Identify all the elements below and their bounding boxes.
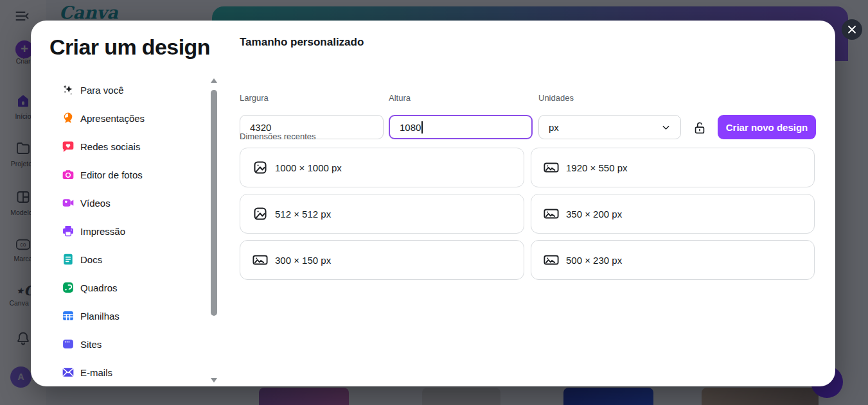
aspect-ratio-lock-button[interactable]: [693, 119, 707, 137]
website-icon: [62, 338, 75, 350]
sidebar-item-label: Sites: [80, 339, 102, 350]
sidebar-item[interactable]: Para você: [31, 76, 204, 104]
text-caret: [421, 121, 423, 134]
sidebar-item-label: Planilhas: [80, 311, 120, 322]
height-label: Altura: [389, 93, 411, 103]
recent-dimensions-heading: Dimensões recentes: [240, 132, 316, 141]
sidebar-item-label: Editor de fotos: [80, 169, 143, 180]
recent-dimension-label: 350 × 200 px: [566, 209, 622, 220]
sidebar-item[interactable]: Sites: [31, 330, 204, 358]
recent-dimension-label: 1000 × 1000 px: [275, 162, 342, 173]
create-new-design-button[interactable]: Criar novo design: [718, 115, 816, 139]
scroll-down-arrow-icon[interactable]: [211, 378, 217, 383]
create-design-modal: Criar um design Para vocêApresentaçõesRe…: [31, 21, 835, 386]
recent-dimension-label: 1920 × 550 px: [566, 162, 628, 173]
spreadsheet-icon: [62, 309, 75, 322]
sidebar-item-label: Redes sociais: [80, 141, 140, 152]
units-label: Unidades: [538, 93, 574, 103]
sidebar-item[interactable]: E-mails: [31, 358, 204, 386]
presentation-icon: [62, 112, 75, 125]
scroll-up-arrow-icon[interactable]: [211, 78, 217, 83]
recent-dimension-label: 500 × 230 px: [566, 255, 622, 266]
sidebar-item[interactable]: Docs: [31, 245, 204, 273]
image-wide-icon: [544, 206, 559, 221]
sidebar-item[interactable]: Planilhas: [31, 302, 204, 330]
sidebar-item-label: E-mails: [80, 367, 112, 378]
height-input[interactable]: 1080: [389, 115, 533, 139]
image-wide-icon: [252, 252, 268, 268]
modal-title: Criar um design: [49, 35, 210, 60]
sidebar-item-label: Vídeos: [80, 198, 111, 209]
recent-dimension-card[interactable]: 500 × 230 px: [531, 240, 815, 280]
unlocked-padlock-icon: [693, 119, 707, 137]
image-wide-icon: [544, 252, 559, 268]
sidebar-item[interactable]: Vídeos: [31, 189, 204, 217]
video-icon: [62, 196, 75, 209]
recent-dimension-card[interactable]: 300 × 150 px: [240, 240, 524, 280]
custom-size-heading: Tamanho personalizado: [240, 36, 364, 49]
sparkle-icon: [62, 83, 75, 96]
sidebar-item[interactable]: Editor de fotos: [31, 160, 204, 189]
design-type-sidebar: Para vocêApresentaçõesRedes sociaisEdito…: [31, 76, 204, 386]
image-square-icon: [252, 206, 268, 221]
printer-icon: [62, 225, 75, 237]
units-value: px: [549, 122, 559, 133]
chevron-down-icon: [660, 122, 671, 133]
width-label: Largura: [240, 93, 269, 103]
sidebar-item-label: Para você: [80, 85, 124, 96]
units-select[interactable]: px: [538, 115, 681, 139]
sidebar-item-label: Docs: [80, 254, 102, 265]
sidebar-item-label: Quadros: [80, 282, 118, 293]
social-heart-icon: [62, 140, 75, 153]
camera-icon: [62, 168, 75, 181]
sidebar-item-label: Apresentações: [80, 113, 145, 124]
doc-icon: [62, 253, 75, 266]
recent-dimension-label: 300 × 150 px: [275, 255, 331, 266]
scrollbar-thumb[interactable]: [211, 90, 217, 316]
sidebar-item[interactable]: Redes sociais: [31, 132, 204, 160]
image-square-icon: [252, 160, 268, 175]
close-modal-button[interactable]: [842, 19, 862, 40]
recent-dimension-card[interactable]: 512 × 512 px: [240, 194, 524, 234]
width-value: 4320: [250, 122, 271, 133]
close-icon: [847, 25, 856, 34]
recent-dimension-card[interactable]: 350 × 200 px: [531, 194, 815, 234]
recent-dimensions-grid: 1000 × 1000 px1920 × 550 px512 × 512 px3…: [240, 148, 815, 280]
sidebar-item[interactable]: Impressão: [31, 217, 204, 245]
recent-dimension-label: 512 × 512 px: [275, 209, 331, 220]
email-icon: [62, 366, 75, 379]
sidebar-item[interactable]: Apresentações: [31, 104, 204, 132]
recent-dimension-card[interactable]: 1000 × 1000 px: [240, 148, 524, 187]
sidebar-item[interactable]: Quadros: [31, 273, 204, 302]
height-value: 1080: [400, 122, 421, 133]
sidebar-scrollbar[interactable]: [210, 77, 218, 384]
sidebar-item-label: Impressão: [80, 226, 125, 237]
image-wide-icon: [544, 160, 559, 175]
recent-dimension-card[interactable]: 1920 × 550 px: [531, 148, 815, 187]
whiteboard-icon: [62, 281, 75, 294]
